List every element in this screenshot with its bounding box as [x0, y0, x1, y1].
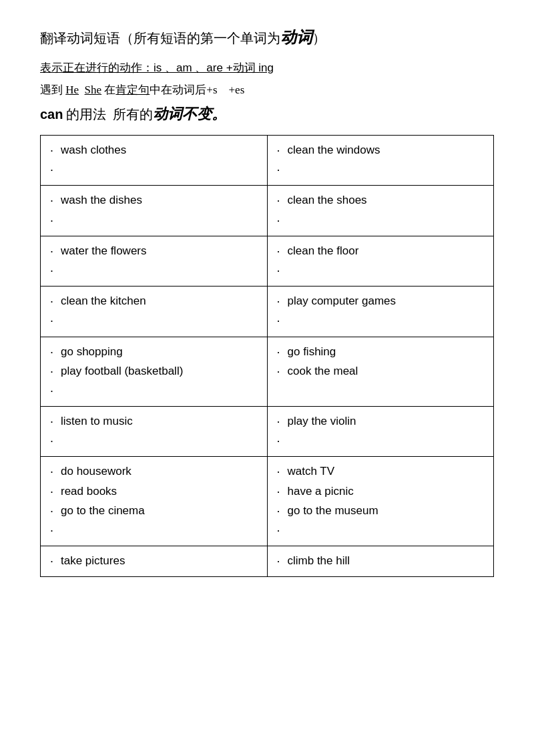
vocabulary-table: · wash clothes · · clean the windows ·: [40, 135, 494, 577]
cell-clean-kitchen: · clean the kitchen ·: [41, 287, 268, 337]
cell-wash-clothes: · wash clothes ·: [41, 136, 268, 186]
title-suffix: ）: [312, 31, 326, 45]
bullet: ·: [50, 293, 57, 310]
bullet: ·: [277, 484, 284, 500]
cell-play-computer-games: · play computer games ·: [267, 287, 494, 337]
item-text: water the flowers: [61, 243, 147, 259]
item-text: do housework: [61, 463, 131, 480]
bullet: ·: [277, 553, 284, 570]
bullet: ·: [50, 363, 57, 380]
bullet: ·: [50, 262, 57, 279]
bullet: ·: [277, 522, 284, 539]
item-text: have a picnic: [288, 484, 354, 500]
bullet: ·: [277, 262, 284, 279]
bullet: ·: [277, 192, 284, 209]
bullet: ·: [50, 463, 57, 480]
bullet: ·: [277, 313, 284, 329]
cell-take-pictures: · take pictures: [41, 546, 268, 577]
instruction-1-text: 表示正在进行的动作：is 、am 、are +动词 ing: [40, 61, 274, 74]
bullet: ·: [277, 142, 284, 159]
table-row: · take pictures · climb the hill: [41, 546, 494, 577]
item-text: go shopping: [61, 344, 123, 360]
item-text: go fishing: [288, 344, 336, 360]
bullet: ·: [50, 383, 57, 399]
item-text: listen to music: [61, 413, 133, 429]
item-text: read books: [61, 484, 117, 500]
bullet: ·: [50, 503, 57, 520]
bullet: ·: [277, 293, 284, 310]
bullet: ·: [50, 162, 57, 178]
bullet: ·: [277, 243, 284, 260]
item-text: play the violin: [288, 413, 356, 429]
bullet: ·: [50, 344, 57, 361]
table-row: · wash clothes · · clean the windows ·: [41, 136, 494, 186]
table-row: · water the flowers · · clean the floor …: [41, 236, 494, 286]
item-text: climb the hill: [288, 553, 350, 569]
item-text: clean the kitchen: [61, 293, 146, 309]
bullet: ·: [50, 192, 57, 209]
cell-wash-dishes: · wash the dishes ·: [41, 186, 268, 236]
bullet: ·: [50, 243, 57, 260]
cell-climb-hill: · climb the hill: [267, 546, 494, 577]
bullet: ·: [50, 484, 57, 500]
instruction-2: 遇到 He She 在肯定句中在动词后+s +es: [40, 82, 494, 98]
item-text: wash the dishes: [61, 192, 142, 208]
item-text: take pictures: [61, 553, 125, 569]
cell-clean-windows: · clean the windows ·: [267, 136, 494, 186]
item-text: go to the museum: [288, 503, 378, 519]
bullet: ·: [50, 142, 57, 159]
bullet: ·: [50, 413, 57, 430]
item-text: cook the meal: [288, 363, 358, 379]
table-row: · go shopping · play football (basketbal…: [41, 337, 494, 407]
bullet: ·: [50, 313, 57, 329]
instruction-2-text: 遇到 He She 在肯定句中在动词后+s +es: [40, 83, 244, 96]
bullet: ·: [277, 162, 284, 178]
item-text: play football (basketball): [61, 363, 183, 379]
title-highlight: 动词: [280, 29, 312, 46]
item-text: wash clothes: [61, 142, 126, 158]
cell-play-violin: · play the violin ·: [267, 407, 494, 457]
cell-listen-music: · listen to music ·: [41, 407, 268, 457]
item-text: play computer games: [288, 293, 396, 309]
item-text: watch TV: [288, 463, 335, 480]
item-text: go to the cinema: [61, 503, 145, 519]
bullet: ·: [277, 413, 284, 430]
table-row: · do housework · read books · go to the …: [41, 457, 494, 546]
instruction-1: 表示正在进行的动作：is 、am 、are +动词 ing: [40, 60, 494, 75]
cell-do-housework: · do housework · read books · go to the …: [41, 457, 268, 546]
cell-clean-floor: · clean the floor ·: [267, 236, 494, 286]
table-row: · wash the dishes · · clean the shoes ·: [41, 186, 494, 236]
bullet: ·: [277, 433, 284, 449]
instruction-3: can 的用法 所有的动词不变。: [40, 104, 494, 124]
cell-go-fishing: · go fishing · cook the meal: [267, 337, 494, 407]
bullet: ·: [277, 344, 284, 361]
bullet: ·: [277, 212, 284, 229]
item-text: clean the windows: [288, 142, 380, 158]
bullet: ·: [277, 463, 284, 480]
title-prefix: 翻译动词短语（所有短语的第一个单词为: [40, 31, 280, 45]
cell-watch-tv: · watch TV · have a picnic · go to the m…: [267, 457, 494, 546]
page-title: 翻译动词短语（所有短语的第一个单词为动词）: [40, 27, 494, 48]
cell-go-shopping: · go shopping · play football (basketbal…: [41, 337, 268, 407]
item-text: clean the shoes: [288, 192, 367, 208]
bullet: ·: [50, 212, 57, 229]
bullet: ·: [50, 522, 57, 539]
item-text: clean the floor: [288, 243, 359, 259]
bullet: ·: [50, 433, 57, 449]
cell-water-flowers: · water the flowers ·: [41, 236, 268, 286]
instruction-3-text: can 的用法 所有的动词不变。: [40, 107, 226, 122]
table-row: · listen to music · · play the violin ·: [41, 407, 494, 457]
bullet: ·: [277, 363, 284, 380]
bullet: ·: [277, 503, 284, 520]
cell-clean-shoes: · clean the shoes ·: [267, 186, 494, 236]
table-row: · clean the kitchen · · play computer ga…: [41, 287, 494, 337]
bullet: ·: [50, 553, 57, 570]
